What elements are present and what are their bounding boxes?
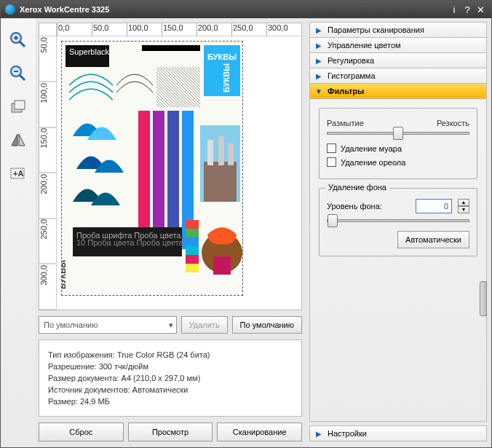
help-button[interactable]: ? (461, 4, 474, 15)
preview-button[interactable]: Просмотр (128, 423, 213, 441)
preview-area: 0,050,0100,0150,0200,0250,0300,0 50,0100… (39, 23, 302, 310)
chevron-right-icon: ▶ (314, 41, 323, 50)
svg-line-5 (20, 75, 25, 80)
svg-rect-40 (213, 256, 231, 275)
chevron-right-icon: ▶ (314, 25, 323, 34)
svg-text:+A: +A (13, 169, 23, 178)
bg-level-label: Уровень фона: (327, 202, 410, 211)
scan-button[interactable]: Сканирование (217, 423, 302, 441)
svg-rect-19 (142, 45, 200, 51)
accordion-color-mgmt[interactable]: ▶Управление цветом (309, 37, 487, 53)
checkbox-icon (327, 157, 336, 167)
tool-strip: +A (1, 18, 36, 447)
bg-level-input[interactable] (416, 199, 452, 213)
chevron-right-icon: ▶ (314, 56, 323, 65)
svg-rect-34 (186, 229, 199, 237)
svg-rect-33 (186, 220, 199, 229)
accordion-scan-params[interactable]: ▶Параметры сканирования (309, 22, 487, 38)
panel-scroll-handle[interactable] (480, 281, 487, 316)
chevron-right-icon: ▶ (314, 429, 323, 438)
delete-preset-button[interactable]: Удалить (181, 316, 228, 334)
svg-text:БУКВЫ: БУКВЫ (62, 260, 67, 289)
svg-rect-29 (228, 144, 234, 165)
auto-button[interactable]: Автоматически (397, 231, 469, 248)
slider-thumb[interactable] (393, 127, 403, 140)
svg-rect-35 (186, 237, 199, 246)
svg-rect-38 (186, 264, 199, 272)
zoom-in-button[interactable] (7, 28, 30, 52)
filters-panel: Размытие Резкость Удаление муара Удалени… (309, 99, 487, 422)
auto-area-button[interactable]: +A (7, 162, 30, 186)
chevron-down-icon: ▼ (314, 87, 323, 95)
svg-text:10 Проба цвета Проба цвета 100: 10 Проба цвета Проба цвета 100 (76, 238, 199, 247)
chevron-right-icon: ▶ (314, 71, 323, 80)
sharp-label: Резкость (437, 119, 469, 127)
info-size: Размер: 24,9 МБ (48, 397, 293, 406)
spinner-up[interactable]: ▲ (458, 199, 469, 206)
svg-rect-8 (15, 101, 25, 109)
info-resolution: Разрешение: 300 тчк/дюйм (48, 362, 293, 371)
reset-button[interactable]: Сброс (39, 423, 124, 441)
preset-combo[interactable]: По умолчанию ▾ (39, 316, 177, 334)
svg-rect-28 (218, 136, 224, 165)
accordion-filters[interactable]: ▼Фильтры (309, 83, 487, 99)
svg-rect-20 (156, 67, 200, 107)
mirror-button[interactable] (7, 129, 30, 152)
blur-label: Размытие (327, 119, 364, 127)
accordion-settings[interactable]: ▶Настройки (309, 425, 487, 441)
ruler-horizontal: 0,050,0100,0150,0200,0250,0300,0 (57, 23, 301, 36)
window-title: Xerox WorkCentre 3325 (20, 5, 448, 14)
bg-removal-title: Удаление фона (325, 183, 389, 192)
chevron-down-icon: ▾ (169, 321, 173, 330)
blur-sharp-slider[interactable] (327, 132, 469, 135)
ruler-vertical: 50,0100,0150,0200,0250,0300,0 (39, 36, 57, 310)
svg-rect-37 (186, 255, 199, 264)
svg-rect-26 (204, 162, 237, 202)
svg-marker-9 (12, 134, 17, 146)
rotate-button[interactable] (7, 95, 30, 119)
zoom-out-button[interactable] (7, 62, 30, 85)
default-preset-button[interactable]: По умолчанию (232, 316, 302, 334)
svg-text:БУКВЫ: БУКВЫ (222, 63, 231, 93)
close-button[interactable]: ✕ (474, 4, 487, 15)
svg-rect-27 (207, 140, 213, 165)
info-button[interactable]: i (448, 4, 461, 15)
slider-thumb[interactable] (328, 214, 338, 227)
app-icon (5, 4, 15, 15)
accordion-histogram[interactable]: ▶Гистограмма (309, 68, 487, 84)
bg-level-slider[interactable] (327, 219, 469, 222)
spinner-down[interactable]: ▼ (458, 206, 469, 213)
preview-canvas[interactable]: БУКВЫ БУКВЫ Superblack (57, 36, 301, 310)
demoire-checkbox[interactable]: Удаление муара (327, 144, 469, 153)
accordion-adjust[interactable]: ▶Регулировка (309, 52, 487, 68)
svg-text:Superblack: Superblack (69, 47, 110, 56)
info-doc-size: Размер документа: A4 (210,0 x 297,0 мм) (48, 374, 293, 382)
checkbox-icon (327, 144, 336, 153)
info-image-type: Тип изображения: True Color RGB (24 бита… (48, 350, 293, 359)
svg-rect-36 (186, 246, 199, 255)
dehalo-checkbox[interactable]: Удаление ореола (327, 157, 469, 167)
info-source: Источник документов: Автоматически (48, 385, 293, 394)
info-panel: Тип изображения: True Color RGB (24 бита… (39, 339, 302, 417)
svg-text:БУКВЫ: БУКВЫ (207, 52, 237, 61)
svg-marker-10 (19, 134, 25, 146)
titlebar: Xerox WorkCentre 3325 i ? ✕ (1, 1, 491, 18)
svg-line-1 (20, 42, 25, 47)
scan-preview[interactable]: БУКВЫ БУКВЫ Superblack (61, 41, 243, 296)
